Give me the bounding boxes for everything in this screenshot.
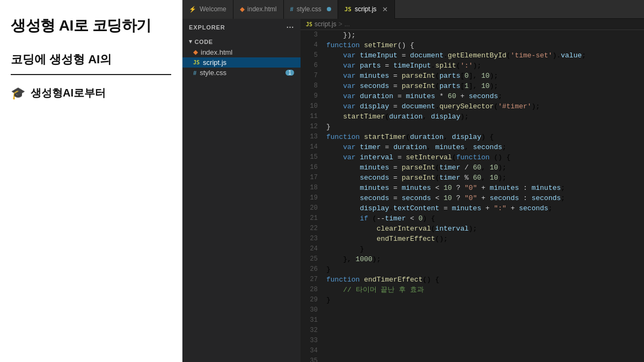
html-icon: ◆ xyxy=(240,6,244,13)
sidebar-item-script-js[interactable]: JS script.js xyxy=(182,57,301,68)
sidebar-item-style-css[interactable]: # style.css 1 xyxy=(182,68,301,78)
explorer-more-icon[interactable]: ··· xyxy=(287,23,294,32)
html-file-icon: ◆ xyxy=(193,49,197,56)
tab-index-html-label: index.html xyxy=(247,5,277,13)
sidebar-filename-script: script.js xyxy=(203,58,226,67)
code-line-28: endTimerEffect(); xyxy=(326,234,644,244)
breadcrumb-more: ... xyxy=(345,20,350,28)
left-item: 🎓 생성형AI로부터 xyxy=(11,86,171,100)
css-file-icon: # xyxy=(193,70,196,76)
tab-style-css-label: style.css xyxy=(297,5,321,13)
breadcrumb-text: script.js xyxy=(314,20,336,28)
sidebar: EXPLORER ··· ▾ CODE ◆ index.html JS scri… xyxy=(182,19,301,362)
tab-close-icon[interactable]: ✕ xyxy=(382,5,388,13)
sidebar-header: EXPLORER ··· xyxy=(182,19,301,36)
code-line-6: var timeInput = document.getElementById(… xyxy=(326,50,644,61)
code-line-27: clearInterval(interval); xyxy=(326,224,644,234)
code-line-11: var display = document.querySelector('#t… xyxy=(326,101,644,112)
code-line-3: }); xyxy=(326,30,644,40)
code-line-26: if (--timer < 0) { xyxy=(326,213,644,224)
css-icon: # xyxy=(290,6,294,12)
left-item-text: 생성형AI로부터 xyxy=(31,86,106,100)
left-panel: 생성형 AI로 코딩하기 코딩에 생성형 AI의 🎓 생성형AI로부터 xyxy=(0,0,182,362)
code-area[interactable]: 345678910 1112131415161718 1920212223242… xyxy=(301,30,644,362)
tab-style-css[interactable]: # style.css xyxy=(284,0,338,19)
vscode-window: ⚡ Welcome ◆ index.html # style.css JS sc… xyxy=(182,0,644,362)
code-line-31: } xyxy=(326,264,644,275)
tab-script-js-label: script.js xyxy=(355,5,377,13)
code-line-16: var timer = duration, minutes, seconds; xyxy=(326,142,644,152)
unsaved-dot xyxy=(327,7,331,11)
css-badge: 1 xyxy=(286,70,294,76)
code-line-30: }, 1000); xyxy=(326,254,644,264)
tab-script-js[interactable]: JS script.js ✕ xyxy=(338,0,395,19)
code-line-8: var minutes = parseInt(parts[0], 10); xyxy=(326,71,644,81)
code-line-17: var interval = setInterval(function () { xyxy=(326,152,644,162)
sidebar-filename-index: index.html xyxy=(201,48,232,56)
code-line-15: function startTimer(duration, display) { xyxy=(326,132,644,142)
code-line-13: } xyxy=(326,122,644,132)
sidebar-filename-style: style.css xyxy=(200,69,226,77)
left-title: 생성형 AI로 코딩하기 xyxy=(11,16,171,35)
main-area: EXPLORER ··· ▾ CODE ◆ index.html JS scri… xyxy=(182,19,644,362)
code-line-35: } xyxy=(326,295,644,305)
code-line-24: display.textContent = minutes + ":" + se… xyxy=(326,203,644,213)
code-line-33: function endTimerEffect() { xyxy=(326,275,644,285)
js-file-icon: JS xyxy=(193,60,200,65)
code-line-22: seconds = seconds < 10 ? "0" + seconds :… xyxy=(326,193,644,203)
sidebar-code-section: ▾ CODE xyxy=(182,36,301,47)
sidebar-item-index-html[interactable]: ◆ index.html xyxy=(182,47,301,57)
breadcrumb-sep: > xyxy=(339,20,342,28)
chevron-icon: ▾ xyxy=(189,38,193,45)
code-lines: }); function setTimer() { var timeInput … xyxy=(322,30,644,362)
code-line-10: var duration = minutes * 60 + seconds; xyxy=(326,91,644,101)
breadcrumb-js-icon: JS xyxy=(306,21,312,27)
left-subtitle: 코딩에 생성형 AI의 xyxy=(11,51,171,75)
tab-welcome[interactable]: ⚡ Welcome xyxy=(182,0,233,19)
tabs-bar: ⚡ Welcome ◆ index.html # style.css JS sc… xyxy=(182,0,644,19)
code-line-19: seconds = parseInt(timer % 60, 10); xyxy=(326,173,644,183)
code-line-7: var parts = timeInput.split(':'); xyxy=(326,61,644,71)
breadcrumb: JS script.js > ... xyxy=(301,19,644,30)
graduation-icon: 🎓 xyxy=(11,86,25,100)
code-line-5: function setTimer() { xyxy=(326,40,644,50)
tab-index-html[interactable]: ◆ index.html xyxy=(233,0,284,19)
code-line-34: // 타이머 끝난 후 효과 xyxy=(326,285,644,295)
code-line-29: } xyxy=(326,244,644,254)
code-line-9: var seconds = parseInt(parts[1], 10); xyxy=(326,81,644,91)
editor: JS script.js > ... 345678910 11121314151… xyxy=(301,19,644,362)
code-line-12: startTimer(duration, display); xyxy=(326,112,644,122)
explorer-label: EXPLORER xyxy=(189,24,225,31)
code-line-18: minutes = parseInt(timer / 60, 10); xyxy=(326,162,644,173)
code-line-21: minutes = minutes < 10 ? "0" + minutes :… xyxy=(326,183,644,193)
tab-welcome-label: Welcome xyxy=(200,5,226,13)
line-numbers: 345678910 1112131415161718 1920212223242… xyxy=(301,30,322,362)
